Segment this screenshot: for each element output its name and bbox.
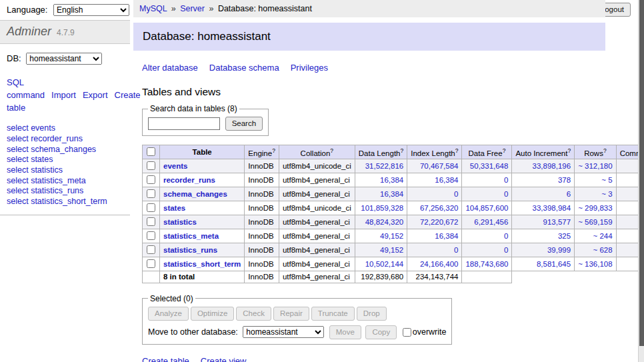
doc-question-icon[interactable]: ? — [400, 147, 403, 154]
selected-action-button[interactable]: Optimize — [191, 307, 234, 321]
column-header-engine[interactable]: Engine? — [245, 145, 279, 159]
column-header-rows[interactable]: Rows? — [575, 145, 616, 159]
column-header-data-free[interactable]: Data Free? — [462, 145, 512, 159]
data-length-link[interactable]: 48,824,320 — [365, 218, 404, 226]
selected-action-button[interactable]: Analyze — [148, 307, 189, 321]
selected-action-button[interactable]: Drop — [357, 307, 387, 321]
db-nav-link[interactable]: Alter database — [142, 63, 198, 73]
rows-link[interactable]: ~ 628 — [593, 246, 613, 254]
row-checkbox[interactable] — [147, 161, 155, 170]
rows-link[interactable]: ~ 299,833 — [578, 204, 612, 212]
language-select[interactable]: English — [53, 4, 129, 16]
sidebar-table-link[interactable]: select states — [7, 155, 53, 164]
column-header-index-length[interactable]: Index Length? — [407, 145, 462, 159]
rows-link[interactable]: ~ 312,180 — [578, 162, 612, 170]
scrollbar-thumb[interactable] — [639, 0, 644, 346]
doc-question-icon[interactable]: ? — [567, 147, 571, 154]
search-button[interactable]: Search — [225, 117, 263, 131]
data-length-link[interactable]: 16,384 — [380, 190, 403, 198]
sidebar-action-link[interactable]: Import — [51, 90, 76, 100]
vertical-scrollbar[interactable] — [638, 0, 644, 362]
doc-question-icon[interactable]: ? — [272, 147, 275, 154]
auto-increment-link[interactable]: 325 — [558, 232, 571, 240]
rows-link[interactable]: ~ 3 — [601, 190, 612, 198]
data-free-link[interactable]: 6,291,456 — [474, 218, 508, 226]
table-name-link[interactable]: statistics_meta — [163, 232, 219, 240]
data-free-link[interactable]: 0 — [504, 176, 508, 184]
create-link[interactable]: Create table — [142, 356, 189, 362]
sidebar-table-link[interactable]: select schema_changes — [7, 145, 96, 154]
index-length-link[interactable]: 0 — [454, 190, 458, 198]
rows-link[interactable]: ~ 136,108 — [578, 260, 612, 268]
data-length-link[interactable]: 10,502,144 — [365, 260, 404, 268]
row-checkbox[interactable] — [147, 245, 155, 254]
sidebar-table-link[interactable]: select statistics_short_term — [7, 197, 107, 206]
doc-question-icon[interactable]: ? — [503, 147, 506, 154]
rows-link[interactable]: ~ 244 — [593, 232, 613, 240]
auto-increment-link[interactable]: 33,398,984 — [533, 204, 571, 212]
auto-increment-link[interactable]: 8,581,645 — [537, 260, 571, 268]
selected-action-button[interactable]: Repair — [273, 307, 309, 321]
sidebar-table-link[interactable]: select recorder_runs — [7, 134, 83, 143]
data-free-link[interactable]: 188,743,680 — [465, 260, 508, 268]
data-length-link[interactable]: 49,152 — [380, 232, 403, 240]
doc-question-icon[interactable]: ? — [603, 147, 607, 154]
sidebar-table-link[interactable]: select statistics_meta — [7, 176, 86, 185]
rows-link[interactable]: ~ 569,159 — [578, 218, 612, 226]
index-length-link[interactable]: 72,220,672 — [420, 218, 459, 226]
sidebar-action-link[interactable]: SQL command — [7, 77, 45, 100]
rows-link[interactable]: ~ 5 — [601, 176, 612, 184]
search-input[interactable] — [148, 117, 220, 130]
row-checkbox[interactable] — [147, 259, 155, 268]
table-name-link[interactable]: statistics_runs — [163, 246, 217, 254]
doc-question-icon[interactable]: ? — [455, 147, 459, 154]
column-header-table[interactable]: Table — [160, 145, 245, 159]
data-length-link[interactable]: 31,522,816 — [365, 162, 404, 170]
column-header-data-length[interactable]: Data Length? — [355, 145, 407, 159]
sidebar-table-link[interactable]: select events — [7, 123, 55, 133]
row-checkbox[interactable] — [147, 189, 155, 198]
db-select[interactable]: homeassistant — [26, 53, 102, 65]
row-checkbox[interactable] — [147, 217, 155, 226]
index-length-link[interactable]: 16,384 — [435, 176, 458, 184]
data-length-link[interactable]: 49,152 — [380, 246, 403, 254]
data-length-link[interactable]: 16,384 — [380, 176, 403, 184]
auto-increment-link[interactable]: 33,898,196 — [533, 162, 571, 170]
db-nav-link[interactable]: Privileges — [291, 63, 328, 73]
column-header-auto-increment[interactable]: Auto Increment? — [512, 145, 575, 159]
data-length-link[interactable]: 101,859,328 — [361, 204, 403, 212]
data-free-link[interactable]: 0 — [504, 232, 508, 240]
auto-increment-link[interactable]: 378 — [558, 176, 571, 184]
index-length-link[interactable]: 16,384 — [435, 232, 458, 240]
move-button[interactable]: Move — [329, 325, 361, 339]
table-name-link[interactable]: statistics_short_term — [163, 260, 241, 268]
table-name-link[interactable]: states — [163, 204, 185, 212]
move-db-select[interactable]: homeassistant — [243, 326, 324, 338]
data-free-link[interactable]: 50,331,648 — [470, 162, 509, 170]
doc-question-icon[interactable]: ? — [330, 147, 333, 154]
table-name-link[interactable]: recorder_runs — [163, 176, 215, 184]
row-checkbox[interactable] — [147, 175, 155, 184]
auto-increment-link[interactable]: 39,999 — [547, 246, 571, 254]
auto-increment-link[interactable]: 6 — [567, 190, 571, 198]
create-link[interactable]: Create view — [201, 356, 247, 362]
sidebar-table-link[interactable]: select statistics_runs — [7, 186, 83, 195]
row-checkbox[interactable] — [147, 231, 155, 240]
sidebar-table-link[interactable]: select statistics — [7, 165, 63, 175]
select-all-checkbox[interactable] — [147, 147, 155, 156]
breadcrumb-link-server[interactable]: Server — [180, 4, 205, 13]
selected-action-button[interactable]: Check — [236, 307, 271, 321]
selected-action-button[interactable]: Truncate — [311, 307, 355, 321]
auto-increment-link[interactable]: 913,577 — [543, 218, 571, 226]
table-name-link[interactable]: events — [163, 162, 187, 170]
table-name-link[interactable]: statistics — [163, 218, 197, 226]
data-free-link[interactable]: 0 — [504, 246, 508, 254]
column-header-collation[interactable]: Collation? — [279, 145, 355, 159]
sidebar-action-link[interactable]: Export — [83, 90, 108, 100]
db-nav-link[interactable]: Database schema — [209, 63, 279, 73]
index-length-link[interactable]: 0 — [454, 246, 458, 254]
index-length-link[interactable]: 70,467,584 — [420, 162, 459, 170]
index-length-link[interactable]: 24,166,400 — [420, 260, 459, 268]
breadcrumb-link-mysql[interactable]: MySQL — [139, 4, 167, 13]
table-name-link[interactable]: schema_changes — [163, 190, 227, 198]
